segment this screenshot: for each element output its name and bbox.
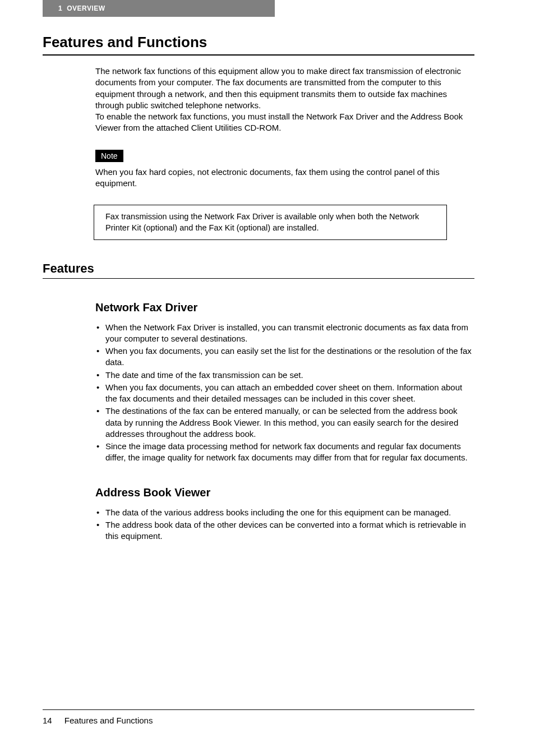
intro-text-block: The network fax functions of this equipm… — [95, 66, 474, 134]
intro-paragraph-2: To enable the network fax functions, you… — [95, 111, 474, 134]
note-section: Note When you fax hard copies, not elect… — [95, 150, 474, 190]
list-item: When you fax documents, you can easily s… — [95, 345, 474, 368]
list-item: The data of the various address books in… — [95, 507, 474, 518]
footer-section-title: Features and Functions — [64, 716, 153, 725]
list-item: The address book data of the other devic… — [95, 519, 474, 542]
chapter-title: OVERVIEW — [67, 4, 105, 12]
heading-underline — [43, 54, 474, 56]
page-content: Features and Functions The network fax f… — [43, 34, 474, 543]
features-heading: Features — [43, 261, 474, 279]
callout-box: Fax transmission using the Network Fax D… — [94, 205, 447, 240]
note-label: Note — [95, 150, 123, 162]
list-item: When the Network Fax Driver is installed… — [95, 322, 474, 345]
list-item: When you fax documents, you can attach a… — [95, 382, 474, 405]
main-heading: Features and Functions — [43, 34, 474, 51]
bullet-list-network-fax-driver: When the Network Fax Driver is installed… — [95, 322, 474, 464]
chapter-header-bar: 1 OVERVIEW — [43, 0, 275, 17]
footer-page-number: 14 — [43, 716, 52, 725]
list-item: The destinations of the fax can be enter… — [95, 405, 474, 440]
subsection-heading-network-fax-driver: Network Fax Driver — [95, 301, 474, 314]
list-item: Since the image data processing method f… — [95, 441, 474, 464]
list-item: The date and time of the fax transmissio… — [95, 370, 474, 381]
intro-paragraph-1: The network fax functions of this equipm… — [95, 66, 474, 111]
page-footer: 14 Features and Functions — [43, 709, 474, 725]
bullet-list-address-book-viewer: The data of the various address books in… — [95, 507, 474, 542]
note-text: When you fax hard copies, not electronic… — [95, 167, 474, 190]
subsection-heading-address-book-viewer: Address Book Viewer — [95, 486, 474, 499]
chapter-number: 1 — [58, 4, 62, 12]
